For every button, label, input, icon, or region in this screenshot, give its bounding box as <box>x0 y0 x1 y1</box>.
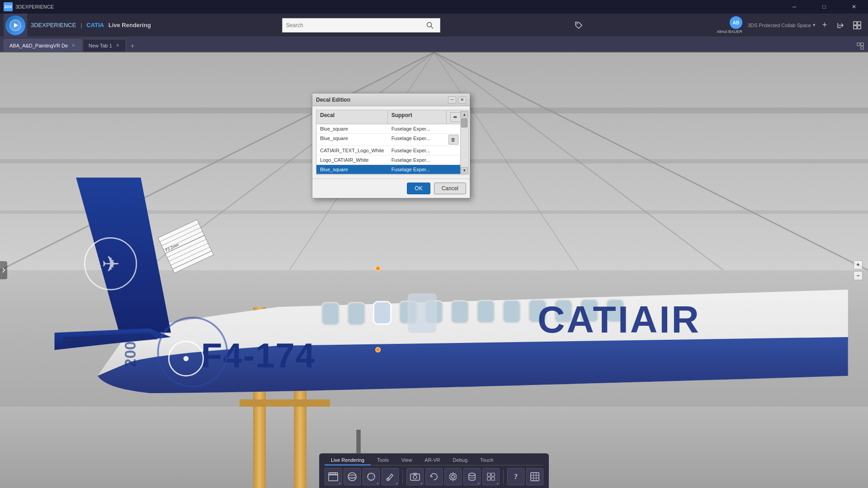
tag-icon <box>574 21 583 30</box>
refresh-button[interactable] <box>425 468 443 485</box>
decal-scrollbar[interactable]: ▲ ▼ <box>461 110 469 175</box>
bottom-tab-touch[interactable]: Touch <box>474 455 500 465</box>
svg-rect-65 <box>410 474 420 480</box>
decal-minimize-button[interactable]: ─ <box>448 96 456 103</box>
photo-button[interactable]: ▾ <box>406 468 424 485</box>
ok-button[interactable]: OK <box>407 183 430 194</box>
svg-rect-73 <box>491 477 495 480</box>
tab-new-close[interactable]: ✕ <box>115 42 120 48</box>
scroll-down-arrow[interactable]: ▼ <box>461 167 468 174</box>
app-logo: 3DX <box>4 2 13 11</box>
close-button[interactable]: ✕ <box>844 0 864 14</box>
toolbar-logo-inner <box>5 15 25 35</box>
icon-separator-2 <box>503 469 504 484</box>
svg-text:CATIAIR: CATIAIR <box>538 299 701 341</box>
database-icon <box>467 472 477 482</box>
decal-row-0[interactable]: Blue_square Fuselage Exper... <box>316 124 460 134</box>
svg-point-61 <box>348 473 356 481</box>
decal-edition-dialog: Decal Edition ─ ✕ Decal Support ✏ <box>312 93 470 198</box>
svg-rect-29 <box>451 301 468 324</box>
svg-text:F4-174: F4-174 <box>201 336 316 375</box>
maximize-button[interactable]: □ <box>814 0 835 14</box>
left-panel-toggle[interactable] <box>0 261 7 279</box>
svg-rect-8 <box>858 26 861 29</box>
viewport[interactable]: ✈ CATIAIR F4-174 2000 <box>0 52 868 488</box>
render-sphere-icon <box>347 472 357 482</box>
tag-button[interactable] <box>571 18 586 33</box>
titlebar: 3DX 3DEXPERIENCE ─ □ ✕ <box>0 0 868 14</box>
zoom-in-button[interactable]: + <box>854 260 863 269</box>
chevron-right-icon <box>2 267 5 273</box>
expand-view-button[interactable] <box>856 42 864 52</box>
search-input[interactable] <box>286 22 424 28</box>
svg-text:✈: ✈ <box>102 252 120 276</box>
collab-space[interactable]: 3DS Protected Collab Space ▾ <box>748 22 816 28</box>
decal-dialog-title: Decal Edition <box>316 97 350 103</box>
decal-support-1: Fuselage Exper... <box>388 134 447 145</box>
bottom-tab-live-rendering[interactable]: Live Rendering <box>325 455 371 465</box>
svg-point-4 <box>576 23 578 24</box>
toolbar-brand: 3DEXPERIENCE | CATIA Live Rendering <box>31 22 151 28</box>
grid-display-icon <box>530 472 540 482</box>
search-button[interactable] <box>424 19 436 32</box>
settings-button[interactable] <box>444 468 462 485</box>
svg-point-66 <box>413 475 417 479</box>
paint-button[interactable]: ▾ <box>382 468 399 485</box>
user-name: Almut BAUER <box>717 29 742 34</box>
decal-support-0: Fuselage Exper... <box>388 124 447 133</box>
grid-display-button[interactable] <box>526 468 543 485</box>
scroll-thumb[interactable] <box>461 118 467 127</box>
add-button[interactable]: + <box>817 18 832 33</box>
scroll-up-arrow[interactable]: ▲ <box>461 111 468 117</box>
tab-new[interactable]: New Tab 1 ✕ <box>83 39 126 52</box>
icon-separator-1 <box>402 469 403 484</box>
share-button[interactable] <box>834 18 848 33</box>
help-icon: ? <box>514 473 518 481</box>
material-button[interactable]: ▾ <box>363 468 380 485</box>
decal-action-2 <box>447 146 460 155</box>
svg-point-68 <box>452 475 455 479</box>
trash-icon-1[interactable]: 🗑 <box>448 135 458 145</box>
paint-icon <box>385 472 395 482</box>
decal-row-2[interactable]: CATIAIR_TEXT_Logo_White Fuselage Exper..… <box>316 146 460 155</box>
svg-line-60 <box>335 473 335 475</box>
edit-icon[interactable]: ✏ <box>450 112 460 122</box>
minimize-button[interactable]: ─ <box>784 0 805 14</box>
settings-icon <box>448 472 458 482</box>
render-sphere-button[interactable] <box>344 468 361 485</box>
zoom-out-button[interactable]: − <box>854 271 863 280</box>
svg-line-58 <box>330 473 331 475</box>
svg-rect-72 <box>487 477 491 480</box>
toolbar-actions: AB Almut BAUER 3DS Protected Collab Spac… <box>717 16 864 34</box>
decal-action-4 <box>447 165 460 174</box>
svg-rect-26 <box>373 302 391 324</box>
bottom-tab-tools[interactable]: Tools <box>371 455 395 465</box>
export-button[interactable]: ▾ <box>482 468 500 485</box>
add-tab-button[interactable]: + <box>127 41 138 52</box>
play-icon <box>9 19 22 32</box>
export-icon <box>486 472 496 482</box>
decal-row-3[interactable]: Logo_CATIAIR_White Fuselage Exper... <box>316 155 460 165</box>
svg-rect-56 <box>329 474 338 481</box>
decal-action-3 <box>447 155 460 164</box>
svg-rect-71 <box>491 473 495 476</box>
decal-content: Decal Support ✏ Blue_square Fuselage Exp… <box>312 106 470 178</box>
titlebar-left: 3DX 3DEXPERIENCE <box>4 2 54 11</box>
decal-row-4[interactable]: Blue_square Fuselage Exper... <box>316 165 460 174</box>
clapperboard-icon <box>328 472 338 481</box>
decal-close-button[interactable]: ✕ <box>458 96 466 103</box>
database-button[interactable]: ▾ <box>463 468 481 485</box>
tab-active-close[interactable]: ✕ <box>71 42 76 48</box>
expand-toolbar-button[interactable] <box>850 18 864 33</box>
cancel-button[interactable]: Cancel <box>434 183 466 194</box>
svg-rect-7 <box>854 26 857 29</box>
bottom-tab-debug[interactable]: Debug <box>447 455 474 465</box>
share-icon <box>837 21 845 29</box>
bottom-tab-view[interactable]: View <box>395 455 419 465</box>
tab-active[interactable]: ABA_A&D_PaintingVR De ✕ <box>4 39 82 52</box>
bottom-icons: ▾ ▾ <box>325 465 543 488</box>
help-button[interactable]: ? <box>507 468 524 485</box>
decal-row-1[interactable]: Blue_square Fuselage Exper... 🗑 <box>316 134 460 146</box>
clapperboard-button[interactable]: ▾ <box>325 468 342 485</box>
bottom-tab-ar-vr[interactable]: AR-VR <box>418 455 446 465</box>
